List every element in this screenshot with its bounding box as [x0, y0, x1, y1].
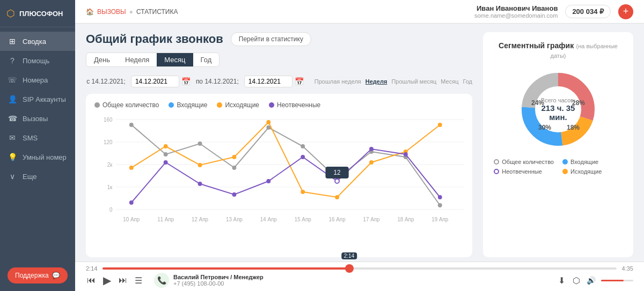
svg-text:18 Апр: 18 Апр	[397, 217, 414, 222]
add-button[interactable]: +	[618, 4, 633, 19]
svg-point-46	[335, 179, 339, 183]
date-to-input[interactable]	[244, 76, 292, 87]
user-icon: 👤	[8, 95, 17, 103]
sidebar-item-label: SIP Аккаунты	[23, 95, 66, 103]
svg-text:12 Апр: 12 Апр	[192, 217, 208, 222]
svg-point-23	[232, 166, 237, 170]
chart-container: Общее количество Входящие Исходящие	[86, 94, 472, 257]
progress-time-badge: 2:14	[341, 252, 357, 259]
user-name: Иван Иванович Иванов	[474, 4, 558, 12]
calendar-to-icon[interactable]: 📅	[295, 77, 304, 86]
donut-label-missed: Неотвеченные	[502, 168, 541, 175]
chart-legend: Общее количество Входящие Исходящие	[94, 101, 464, 109]
sidebar-item-label: Вызовы	[23, 115, 48, 123]
tab-day[interactable]: День	[86, 53, 118, 66]
topbar-right: Иван Иванович Иванов some.name@somedomai…	[474, 4, 633, 19]
share-button[interactable]: ⬡	[572, 274, 581, 287]
logo: ⬡ ПЛЮСОФОН	[0, 0, 75, 27]
svg-text:12: 12	[334, 169, 341, 176]
support-label: Поддержка	[15, 272, 49, 279]
calendar-from-icon[interactable]: 📅	[181, 77, 191, 86]
svg-text:1к: 1к	[107, 184, 113, 190]
donut-label-total: Общее количество	[502, 159, 554, 165]
date-from-input[interactable]	[131, 76, 179, 87]
quick-link-prev-week[interactable]: Прошлая неделя	[314, 78, 361, 85]
svg-point-35	[301, 190, 305, 194]
volume-fill	[601, 280, 624, 281]
donut-center-value: 213 ч. 35 мин.	[537, 103, 580, 122]
caller-info: Василий Петрович / Менеджер +7 (495) 108…	[173, 274, 264, 287]
sidebar-item-sms[interactable]: ✉ SMS	[0, 128, 75, 147]
sidebar-item-dashboard[interactable]: ⊞ Сводка	[0, 32, 75, 51]
svg-point-31	[164, 144, 168, 148]
quick-link-year[interactable]: Год	[463, 78, 472, 85]
donut-dot-outgoing	[562, 169, 568, 174]
sidebar-item-numbers[interactable]: ☏ Номера	[0, 70, 75, 89]
donut-dot-incoming	[562, 159, 568, 165]
player-right: ⬇ ⬡ 🔊	[557, 274, 633, 287]
home-icon: 🏠	[86, 8, 94, 16]
legend-dot-total	[94, 102, 100, 108]
svg-text:17 Апр: 17 Апр	[363, 217, 380, 222]
volume-track[interactable]	[601, 280, 633, 281]
svg-point-47	[369, 147, 374, 151]
legend-label-outgoing: Исходящие	[225, 101, 259, 109]
svg-point-39	[438, 123, 442, 127]
logo-icon: ⬡	[6, 8, 15, 19]
svg-point-32	[198, 163, 202, 167]
content: Общий график звонков Перейти в статистик…	[75, 24, 644, 262]
breadcrumb-calls: ВЫЗОВЫ	[97, 8, 126, 16]
chevron-down-icon: ∨	[8, 172, 17, 181]
sidebar-item-help[interactable]: ? Помощь	[0, 51, 75, 70]
support-button[interactable]: Поддержка 💬	[8, 267, 68, 283]
progress-thumb[interactable]: 2:14	[345, 264, 354, 273]
goto-stats-button[interactable]: Перейти в статистику	[231, 32, 311, 46]
donut-legend-outgoing: Исходящие	[562, 168, 623, 175]
smart-icon: 💡	[8, 153, 17, 161]
quick-link-prev-month[interactable]: Прошлый месяц	[391, 78, 436, 85]
download-button[interactable]: ⬇	[557, 274, 566, 287]
prev-button[interactable]: ⏮	[86, 274, 97, 286]
svg-text:13 Апр: 13 Апр	[226, 217, 243, 222]
sidebar-bottom: Поддержка 💬	[0, 262, 75, 291]
logo-text: ПЛЮСОФОН	[19, 10, 63, 18]
tab-month[interactable]: Месяц	[157, 53, 193, 66]
svg-text:2к: 2к	[107, 162, 113, 168]
caller-phone: +7 (495) 108-00-00	[173, 280, 264, 287]
controls-row: День Неделя Месяц Год с 14.12.2021; 📅 по…	[86, 53, 472, 87]
sidebar-item-sip[interactable]: 👤 SIP Аккаунты	[0, 89, 75, 109]
donut-dot-total	[494, 159, 499, 165]
legend-label-incoming: Входящие	[177, 101, 207, 109]
tab-year[interactable]: Год	[193, 53, 219, 66]
progress-track[interactable]: 2:14	[103, 267, 616, 270]
sidebar-item-more[interactable]: ∨ Еще	[0, 167, 75, 186]
donut-legend-total: Общее количество	[494, 159, 554, 165]
svg-text:18%: 18%	[567, 124, 580, 131]
sidebar-item-calls[interactable]: ☎ Вызовы	[0, 109, 75, 128]
quick-link-month[interactable]: Месяц	[441, 78, 458, 85]
svg-point-49	[438, 195, 442, 199]
tab-week[interactable]: Неделя	[118, 53, 157, 66]
quick-link-week[interactable]: Неделя	[365, 78, 387, 85]
menu-button[interactable]: ☰	[134, 274, 143, 287]
user-email: some.name@somedomain.com	[474, 12, 558, 19]
page-header: Общий график звонков Перейти в статистик…	[86, 32, 472, 46]
segment-header: Сегментный график (на выбранные даты)	[492, 41, 625, 60]
breadcrumb: 🏠 ВЫЗОВЫ ● СТАТИСТИКА	[86, 8, 178, 16]
donut-center: Всего часов: 213 ч. 35 мин.	[537, 97, 580, 122]
legend-dot-incoming	[169, 102, 174, 108]
next-button[interactable]: ⏭	[118, 274, 128, 286]
caller-name: Василий Петрович / Менеджер	[173, 274, 264, 280]
progress-fill	[103, 267, 349, 270]
right-panel: Сегментный график (на выбранные даты)	[483, 32, 633, 257]
sidebar-item-smart[interactable]: 💡 Умный номер	[0, 147, 75, 167]
svg-text:0: 0	[109, 207, 113, 213]
donut-chart: 24% 28% 30% 18% Всего часов: 213 ч. 35 м…	[515, 66, 601, 152]
svg-point-41	[164, 160, 168, 165]
legend-label-total: Общее количество	[103, 101, 159, 109]
donut-legend-incoming: Входящие	[562, 159, 623, 165]
date-row: с 14.12.2021; 📅 по 14.12.2021; 📅 Прошлая…	[86, 76, 472, 87]
quick-links: Прошлая неделя Неделя Прошлый месяц Меся…	[314, 78, 472, 85]
period-tabs: День Неделя Месяц Год	[86, 53, 219, 67]
play-button[interactable]: ▶	[102, 273, 112, 288]
